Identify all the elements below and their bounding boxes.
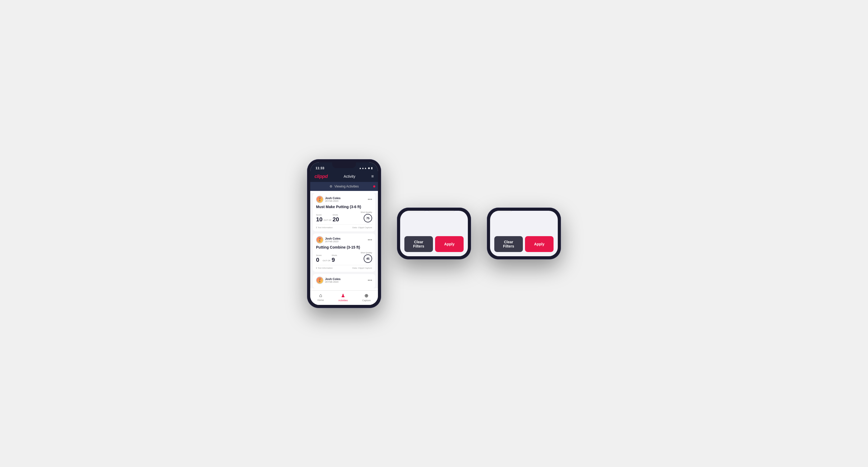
filter-modal-overlay-3: Filter ✕ Show Rounds Practice Drills Pra… — [490, 211, 558, 256]
capture-icon-1: ⊕ — [365, 293, 368, 299]
avatar-2: 🏌 — [316, 236, 323, 244]
clear-filters-btn-2[interactable]: Clear Filters — [404, 236, 433, 252]
tab-activities-1[interactable]: ♟ Activities — [338, 293, 348, 302]
shot-quality-badge-2: 45 — [364, 254, 372, 263]
shots-label-2: Shots — [332, 254, 337, 256]
activity-card-3[interactable]: 🏌 Josh Coles 28 Feb 2023 ••• — [313, 274, 375, 288]
phone-1-notch — [332, 162, 356, 168]
filter-modal-2: Filter ✕ Show Rounds Practice Drills Rou… — [400, 211, 468, 256]
user-name-2: Josh Coles — [325, 237, 341, 240]
avatar-flag-3: 🏌 — [317, 277, 323, 283]
user-name-3: Josh Coles — [325, 277, 341, 281]
filter-modal-3: Filter ✕ Show Rounds Practice Drills Pra… — [490, 211, 558, 256]
card-info-2: ℹ Test Information — [316, 267, 333, 269]
avatar-flag-2: 🏌 — [317, 237, 323, 243]
card-info-1: ℹ Test Information — [316, 226, 333, 229]
avatar-1: 🏌 — [316, 196, 323, 203]
filter-dot-1 — [373, 185, 375, 187]
card-stats-2: Score 0 OUT OF Shots 9 Shot Quality 45 — [316, 251, 372, 263]
battery-icon: ▮ — [371, 166, 373, 169]
score-group-2: Score 0 — [316, 254, 321, 263]
activity-list-1: 🏌 Josh Coles 28 Feb 2023 ••• Must Make P… — [310, 193, 378, 288]
practice-drills-section-3: Practice Drills OTT APP ARG PUTT — [494, 211, 554, 212]
user-info-3: 🏌 Josh Coles 28 Feb 2023 — [316, 277, 341, 284]
apply-btn-3[interactable]: Apply — [525, 236, 554, 252]
user-details-2: Josh Coles 28 Feb 2023 — [325, 237, 341, 243]
tab-home-1[interactable]: ⌂ Home — [317, 293, 324, 302]
phone-1: 11:33 ▲▲▲ ◈ ▮ clippd Activity ≡ ⚙ Viewin… — [307, 159, 381, 308]
card-dots-1[interactable]: ••• — [368, 197, 372, 202]
modal-actions-3: Clear Filters Apply — [494, 236, 554, 252]
menu-icon-1[interactable]: ≡ — [371, 174, 374, 179]
card-header-1: 🏌 Josh Coles 28 Feb 2023 ••• — [316, 196, 372, 203]
shots-value-2: 9 — [332, 257, 337, 263]
user-info-1: 🏌 Josh Coles 28 Feb 2023 — [316, 196, 341, 203]
status-time-1: 11:33 — [315, 166, 324, 170]
shot-quality-label-2: Shot Quality — [361, 251, 372, 254]
tournament-btn-2[interactable]: Tournament — [428, 211, 455, 212]
activity-card-2[interactable]: 🏌 Josh Coles 28 Feb 2023 ••• Putting Com… — [313, 234, 375, 272]
practice-btn-2[interactable]: Practice — [404, 211, 426, 212]
phone-2-screen: 11:33 ▲▲▲ ◈ ▮ clippd Activity ≡ ⚙ Viewin… — [400, 211, 468, 256]
clear-filters-btn-3[interactable]: Clear Filters — [494, 236, 523, 252]
card-title-1: Must Make Putting (3-6 ft) — [316, 205, 372, 209]
phone-3-screen: 11:33 ▲▲▲ ◈ ▮ clippd Activity ≡ ⚙ Viewin… — [490, 211, 558, 256]
signal-icon: ▲▲▲ — [359, 166, 367, 169]
practice-drills-options-3: OTT APP ARG PUTT — [494, 211, 554, 212]
shots-group-2: Shots 9 — [332, 254, 337, 263]
score-label-2: Score — [316, 254, 321, 256]
nav-title-1: Activity — [344, 174, 355, 179]
shot-quality-group-1: Shot Quality 75 — [361, 211, 372, 222]
shot-quality-badge-1: 75 — [364, 214, 372, 222]
phone-2: 11:33 ▲▲▲ ◈ ▮ clippd Activity ≡ ⚙ Viewin… — [397, 208, 471, 259]
out-of-1: OUT OF — [323, 219, 331, 222]
card-header-2: 🏌 Josh Coles 28 Feb 2023 ••• — [316, 236, 372, 244]
wifi-icon: ◈ — [368, 166, 370, 169]
viewing-bar-1[interactable]: ⚙ Viewing Activities — [310, 182, 378, 191]
user-name-1: Josh Coles — [325, 196, 341, 200]
card-dots-3[interactable]: ••• — [368, 278, 372, 283]
activity-card-1[interactable]: 🏌 Josh Coles 28 Feb 2023 ••• Must Make P… — [313, 193, 375, 231]
tab-home-label-1: Home — [317, 299, 324, 302]
avatar-flag-1: 🏌 — [317, 196, 323, 203]
tab-capture-label-1: Capture — [362, 299, 371, 302]
user-details-1: Josh Coles 28 Feb 2023 — [325, 196, 341, 202]
nav-bar-1: clippd Activity ≡ — [310, 172, 378, 182]
card-dots-2[interactable]: ••• — [368, 238, 372, 242]
phone-1-screen: 11:33 ▲▲▲ ◈ ▮ clippd Activity ≡ ⚙ Viewin… — [310, 162, 378, 305]
tab-capture-1[interactable]: ⊕ Capture — [362, 293, 371, 302]
user-info-2: 🏌 Josh Coles 28 Feb 2023 — [316, 236, 341, 244]
rounds-section-2: Rounds Practice Tournament — [404, 211, 464, 212]
home-icon-1: ⌂ — [319, 293, 322, 298]
activities-icon-1: ♟ — [341, 293, 345, 299]
rounds-options-2: Practice Tournament — [404, 211, 464, 212]
tab-bar-1: ⌂ Home ♟ Activities ⊕ Capture — [310, 290, 378, 305]
modal-spacer-3 — [494, 216, 554, 232]
putt-btn-3[interactable]: PUTT — [494, 211, 512, 212]
user-details-3: Josh Coles 28 Feb 2023 — [325, 277, 341, 283]
card-footer-1: ℹ Test Information Data: Clippd Capture — [316, 224, 372, 229]
card-header-3: 🏌 Josh Coles 28 Feb 2023 ••• — [316, 277, 372, 284]
card-data-1: Data: Clippd Capture — [352, 226, 372, 229]
score-group-1: Score 10 — [316, 214, 322, 222]
modal-actions-2: Clear Filters Apply — [404, 236, 464, 252]
score-value-1: 10 — [316, 217, 322, 222]
avatar-3: 🏌 — [316, 277, 323, 284]
status-icons-1: ▲▲▲ ◈ ▮ — [359, 166, 373, 169]
phone-3: 11:33 ▲▲▲ ◈ ▮ clippd Activity ≡ ⚙ Viewin… — [487, 208, 561, 259]
score-label-1: Score — [316, 214, 322, 216]
scene: 11:33 ▲▲▲ ◈ ▮ clippd Activity ≡ ⚙ Viewin… — [291, 143, 577, 324]
filter-modal-overlay-2: Filter ✕ Show Rounds Practice Drills Rou… — [400, 211, 468, 256]
tab-activities-label-1: Activities — [338, 299, 348, 302]
card-footer-2: ℹ Test Information Data: Clippd Capture — [316, 265, 372, 269]
filter-icon-1: ⚙ — [330, 185, 333, 188]
card-data-2: Data: Clippd Capture — [352, 267, 372, 269]
apply-btn-2[interactable]: Apply — [435, 236, 464, 252]
shot-quality-label-1: Shot Quality — [361, 211, 372, 213]
shots-label-1: Shots — [333, 214, 339, 216]
user-date-1: 28 Feb 2023 — [325, 200, 341, 202]
card-stats-1: Score 10 OUT OF Shots 20 Shot Quality 75 — [316, 211, 372, 222]
viewing-label-1: Viewing Activities — [335, 185, 359, 188]
score-value-2: 0 — [316, 257, 321, 263]
user-date-2: 28 Feb 2023 — [325, 240, 341, 243]
